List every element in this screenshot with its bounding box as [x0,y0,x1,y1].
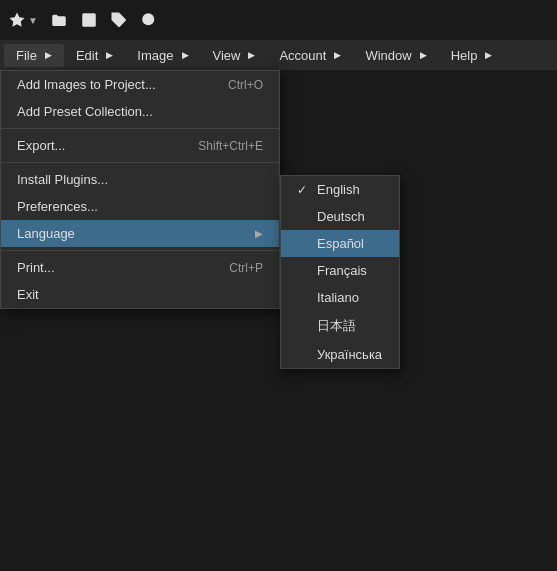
separator-2 [1,162,279,163]
menu-help[interactable]: Help ▶ [439,44,505,67]
view-arrow: ▶ [248,50,255,60]
menubar: File ▶ Edit ▶ Image ▶ View ▶ Account ▶ W… [0,40,557,70]
toolbar: ▼ [0,0,557,40]
account-arrow: ▶ [334,50,341,60]
lang-deutsch[interactable]: Deutsch [281,203,399,230]
lang-japanese[interactable]: 日本語 [281,311,399,341]
menu-edit[interactable]: Edit ▶ [64,44,125,67]
menu-account[interactable]: Account ▶ [267,44,353,67]
menu-view[interactable]: View ▶ [201,44,268,67]
english-check: ✓ [297,183,309,197]
menu-file[interactable]: File ▶ [4,44,64,67]
menu-exit[interactable]: Exit [1,281,279,308]
lang-espanol[interactable]: Español [281,230,399,257]
lang-italiano[interactable]: Italiano [281,284,399,311]
help-arrow: ▶ [485,50,492,60]
star-dropdown[interactable]: ▼ [28,15,38,26]
lang-francais[interactable]: Français [281,257,399,284]
window-arrow: ▶ [420,50,427,60]
edit-arrow: ▶ [106,50,113,60]
search-icon[interactable] [140,11,158,29]
separator-1 [1,128,279,129]
menu-language[interactable]: Language ▶ [1,220,279,247]
menu-print[interactable]: Print... Ctrl+P [1,254,279,281]
image-arrow: ▶ [182,50,189,60]
svg-marker-0 [10,13,25,27]
image-icon[interactable] [80,11,98,29]
svg-point-2 [85,16,87,18]
svg-line-5 [152,23,155,26]
svg-point-4 [142,13,154,25]
menu-image[interactable]: Image ▶ [125,44,200,67]
menu-export[interactable]: Export... Shift+Ctrl+E [1,132,279,159]
file-arrow: ▶ [45,50,52,60]
language-submenu: ✓ English Deutsch Español Français Itali… [280,175,400,369]
lang-english[interactable]: ✓ English [281,176,399,203]
menu-install-plugins[interactable]: Install Plugins... [1,166,279,193]
menu-preferences[interactable]: Preferences... [1,193,279,220]
separator-3 [1,250,279,251]
lang-ukrainian[interactable]: Українська [281,341,399,368]
menu-add-preset[interactable]: Add Preset Collection... [1,98,279,125]
menu-window[interactable]: Window ▶ [353,44,438,67]
file-dropdown: Add Images to Project... Ctrl+O Add Pres… [0,70,280,309]
tag-icon[interactable] [110,11,128,29]
language-submenu-arrow: ▶ [255,228,263,239]
folder-icon[interactable] [50,11,68,29]
menu-add-images[interactable]: Add Images to Project... Ctrl+O [1,71,279,98]
star-icon[interactable]: ▼ [8,11,38,29]
